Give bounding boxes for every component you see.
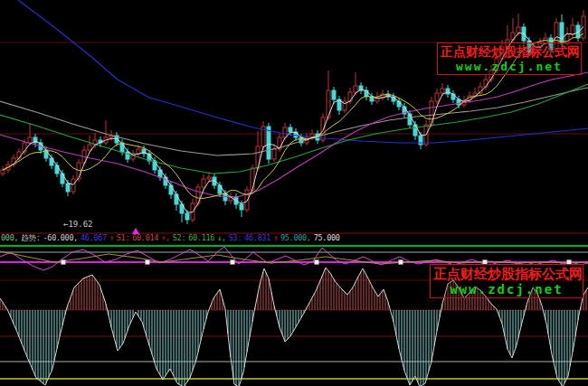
status-token: -60.000,: [43, 233, 79, 242]
status-token: 46.831: [244, 233, 270, 242]
status-token: 95.000,: [280, 233, 311, 242]
stock-chart-screen: ←19.62 000,趋势:-60.000,46.067↑S1:60.014↑,…: [0, 0, 588, 386]
indicator-status-line: 000,趋势:-60.000,46.067↑S1:60.014↑,S2:60.1…: [1, 233, 588, 243]
watermark-title: 正点财经炒股指标公式网: [433, 266, 580, 283]
status-token: ↑: [109, 233, 114, 242]
status-token: 000,: [1, 233, 18, 242]
status-token: ↓,: [217, 233, 226, 242]
status-token: S3:: [229, 233, 242, 242]
low-price-label: ←19.62: [63, 220, 93, 229]
status-token: ↑: [273, 233, 278, 242]
status-token: S1:: [117, 233, 129, 242]
watermark-bottom: 正点财经炒股指标公式网 www.zdcj.net: [430, 264, 583, 298]
status-token: S2:: [173, 233, 185, 242]
watermark-title: 正点财经炒股指标公式网: [441, 44, 578, 61]
watermark-url: www.zdcj.net: [441, 61, 578, 73]
status-token: 46.067: [81, 233, 107, 242]
status-token: ↑,: [161, 233, 170, 242]
status-token: 75.000: [314, 233, 340, 242]
status-token: 趋势:: [21, 233, 40, 242]
watermark-top: 正点财经炒股指标公式网 www.zdcj.net: [437, 42, 582, 75]
status-token: 60.116: [188, 233, 214, 242]
status-token: 60.014: [132, 233, 158, 242]
watermark-url: www.zdcj.net: [433, 283, 580, 297]
